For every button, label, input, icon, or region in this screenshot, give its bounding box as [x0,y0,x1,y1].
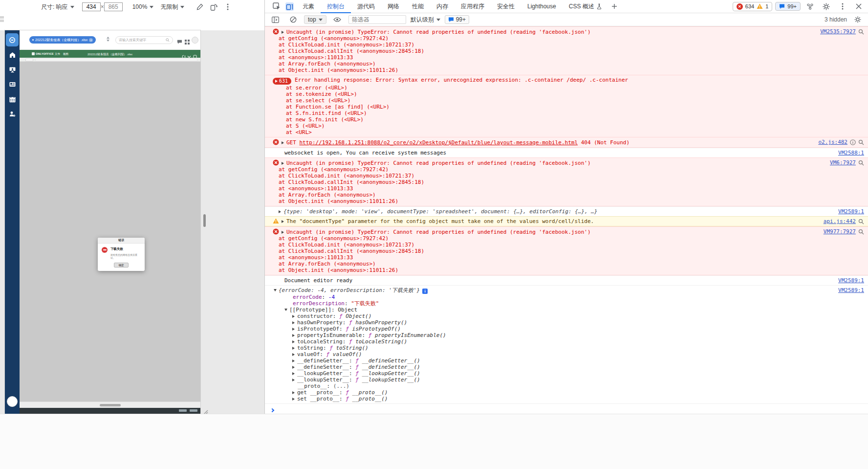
request-url-link[interactable]: http://192.168.1.251:8088/o2_core/o2/xDe… [300,139,578,146]
search-web-icon[interactable] [858,139,864,145]
object-property[interactable]: __lookupGetter__ƒ __lookupGetter__() [291,370,864,377]
console-error-message[interactable]: VM2535:7927 Uncaught (in promise) TypeEr… [265,26,868,75]
object-property[interactable]: hasOwnPropertyƒ hasOwnProperty() [291,319,864,326]
media-query-bar[interactable] [0,16,4,19]
formula-input[interactable] [35,59,197,61]
object-property[interactable]: get __proto__ƒ __proto__() [291,389,864,396]
user-settings-icon[interactable] [9,111,16,117]
source-link[interactable]: VM2589:1 [838,277,864,284]
close-devtools-icon[interactable] [854,2,863,11]
source-link[interactable]: VM2535:7927 [820,28,856,35]
expand-caret-icon[interactable] [292,366,295,369]
settings-gear-icon[interactable] [822,2,830,11]
dialog-ok-button[interactable]: 确定 [114,263,129,268]
rotate-device-icon[interactable] [210,2,218,11]
tab-network[interactable]: 网络 [381,0,406,13]
search-web-icon[interactable] [858,229,864,235]
search-web-icon[interactable] [858,29,864,35]
object-property[interactable]: __lookupSetter__ƒ __lookupSetter__() [291,377,864,383]
expand-caret-icon[interactable] [292,328,295,331]
cell-name-box[interactable] [25,59,33,61]
source-link[interactable]: o2.js:482 [818,139,847,145]
device-toolbar-more-icon[interactable] [223,2,232,11]
status-chip[interactable] [190,409,197,412]
expand-caret-icon[interactable] [282,231,284,234]
expand-icon[interactable] [193,52,197,56]
zoom-dropdown[interactable]: 100% [132,3,154,10]
console-error-message[interactable]: 631Error handling response: Error: Synta… [265,75,868,137]
expand-caret-icon[interactable] [292,347,295,350]
calendar-icon[interactable] [9,96,16,102]
home-icon[interactable] [9,51,16,58]
console-error-message[interactable]: VM977:7927 Uncaught (in promise) TypeErr… [265,226,868,275]
devtools-menu-icon[interactable] [838,2,846,11]
expand-caret-icon[interactable] [282,162,284,165]
inspect-element-icon[interactable] [272,2,281,11]
meeting-monitor-icon[interactable] [9,66,16,72]
collapse-header-icon[interactable] [187,52,191,56]
log-level-dropdown[interactable]: 默认级别 [411,16,440,24]
object-property[interactable]: toLocaleStringƒ toLocaleString() [291,338,864,345]
throttle-dropdown[interactable]: 无限制 [160,3,184,11]
info-icon[interactable]: i [422,289,428,294]
console-object-preview[interactable]: VM2589:1 {type: 'desktop', mode: 'view',… [265,206,868,216]
source-link[interactable]: api.js:442 [824,218,856,224]
object-prototype-header[interactable]: [[Prototype]]Object [283,307,864,313]
console-warning-message[interactable]: api.js:442 The "documentType" parameter … [265,216,868,226]
news-document-icon[interactable] [9,81,16,87]
horizontal-scrollbar-handle[interactable] [100,404,121,406]
collapse-toggle[interactable] [107,37,109,42]
search-web-icon[interactable] [858,219,864,224]
console-settings-gear-icon[interactable] [853,16,862,24]
expand-caret-icon[interactable] [292,372,295,375]
object-property[interactable]: toStringƒ toString() [291,345,864,351]
document-tab[interactable]: 202212财务报表（金蝶列报）.xlsx ✕ [29,36,96,44]
expand-caret-icon[interactable] [292,353,295,356]
tab-application[interactable]: 应用程序 [455,0,491,13]
expand-caret-icon[interactable] [292,334,295,337]
more-tabs-icon[interactable] [610,2,619,11]
status-chip[interactable] [179,409,187,412]
hidden-messages-label[interactable]: 3 hidden [825,16,847,23]
object-property[interactable]: __defineGetter__ƒ __defineGetter__() [291,357,864,364]
console-error-message[interactable]: VM6:7927 Uncaught (in promise) TypeError… [265,157,868,206]
live-expression-eye-icon[interactable] [333,16,342,24]
clear-console-icon[interactable] [289,16,297,24]
stylus-icon[interactable] [195,2,204,11]
console-prompt[interactable] [265,403,868,414]
expand-caret-icon[interactable] [279,210,281,213]
expand-caret-icon[interactable] [282,141,284,144]
console-error-message[interactable]: o2.js:482 GET http://192.168.1.251:8088/… [265,137,868,148]
expand-caret-icon[interactable] [292,391,295,394]
expand-caret-icon[interactable] [292,379,295,381]
device-resize-handle-right[interactable] [203,214,206,227]
close-tab-icon[interactable]: ✕ [89,38,93,42]
chat-icon[interactable] [177,38,182,43]
object-property[interactable]: __defineSetter__ƒ __defineSetter__() [291,364,864,370]
expand-caret-icon[interactable] [292,398,295,401]
tab-lighthouse[interactable]: Lighthouse [521,0,563,13]
expand-caret-icon[interactable] [292,359,295,362]
expand-caret-icon[interactable] [282,31,284,34]
expand-caret-icon[interactable] [292,340,295,343]
viewport-height-input[interactable] [104,2,123,11]
issues-badge-group[interactable]: ✕ 634 1 [733,2,772,11]
apps-grid-icon[interactable] [185,38,190,43]
console-message-badge[interactable]: 99+ [445,15,469,24]
context-selector[interactable]: top [304,15,326,24]
app-logo-tile[interactable] [6,33,19,46]
source-link[interactable]: VM2588:1 [838,150,864,156]
console-sidebar-toggle-icon[interactable] [271,16,280,24]
repeat-count-badge[interactable]: 631 [273,78,291,85]
source-link[interactable]: VM2589:1 [838,287,864,293]
tab-sources[interactable]: 源代码 [351,0,381,13]
object-property[interactable]: set __proto__ƒ __proto__() [291,396,864,402]
object-property[interactable]: isPrototypeOfƒ isPrototypeOf() [291,326,864,332]
source-link[interactable]: VM2589:1 [838,208,864,215]
messages-badge-group[interactable]: 99+ [775,2,801,11]
object-property[interactable]: valueOfƒ valueOf() [291,351,864,357]
tab-memory[interactable]: 内存 [430,0,455,13]
info-icon[interactable] [850,139,856,145]
toggle-device-toolbar-icon[interactable] [285,2,294,11]
console-filter-input[interactable] [348,15,406,24]
